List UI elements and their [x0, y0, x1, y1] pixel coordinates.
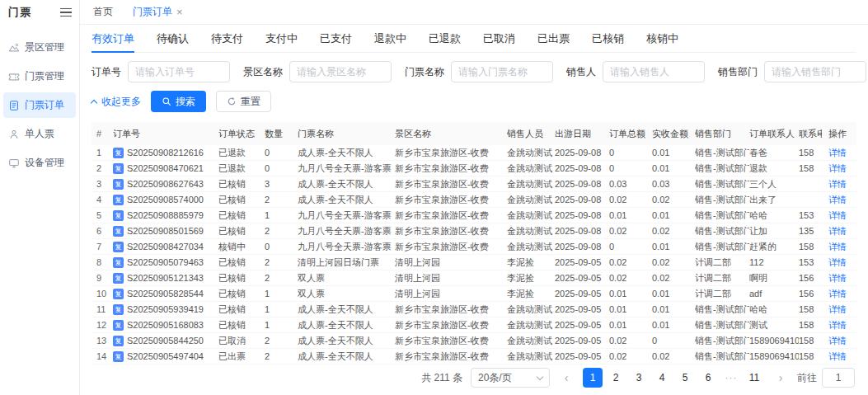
filter-input-门票名称[interactable]	[451, 61, 553, 82]
copy-icon[interactable]: 复	[113, 320, 124, 331]
status-tab-退款中[interactable]: 退款中	[374, 25, 406, 52]
status-tab-待确认[interactable]: 待确认	[157, 25, 189, 52]
copy-icon[interactable]: 复	[113, 257, 124, 268]
filter-input-景区名称[interactable]	[289, 61, 392, 82]
sidebar: 门票 景区管理门票管理门票订单单人票设备管理	[0, 0, 80, 395]
sidebar-item-门票管理[interactable]: 门票管理	[3, 63, 76, 89]
copy-icon[interactable]: 复	[113, 304, 124, 315]
page-button-1[interactable]: 1	[583, 368, 603, 388]
cell-qty: 2	[265, 351, 298, 361]
cell-order: 复S20250905121343	[113, 273, 218, 284]
status-tab-已出票[interactable]: 已出票	[537, 25, 570, 52]
cell-qty: 1	[265, 289, 298, 299]
table-row: 9复S20250905121343已核销2双人票清明上河园李泥捡2025-09-…	[91, 270, 856, 286]
toolbar: 收起更多 搜索 重置	[91, 91, 856, 112]
sidebar-menu: 景区管理门票管理门票订单单人票设备管理	[0, 25, 79, 176]
hamburger-icon[interactable]	[60, 8, 72, 17]
page-size-select[interactable]: 20条/页	[471, 368, 550, 388]
cell-action: 详情	[822, 194, 855, 206]
filter-input-销售人[interactable]	[603, 61, 705, 82]
status-tab-已支付[interactable]: 已支付	[320, 25, 352, 52]
chevron-down-icon	[537, 373, 543, 379]
cell-paid: 0.02	[652, 195, 695, 205]
copy-icon[interactable]: 复	[113, 179, 124, 190]
page-button-11[interactable]: 11	[744, 368, 764, 388]
status-tab-支付中[interactable]: 支付中	[265, 25, 298, 52]
cell-qty: 1	[265, 304, 298, 314]
filter-input-销售部门[interactable]	[764, 61, 866, 82]
detail-link[interactable]: 详情	[828, 226, 847, 236]
cell-idx: 1	[91, 148, 113, 158]
copy-icon[interactable]: 复	[113, 210, 124, 221]
cell-total: 0	[609, 242, 652, 252]
filter-label: 销售部门	[718, 65, 758, 79]
copy-icon[interactable]: 复	[113, 148, 124, 158]
detail-link[interactable]: 详情	[828, 242, 847, 252]
detail-link[interactable]: 详情	[828, 273, 847, 283]
cell-order: 复S20250908574000	[113, 195, 218, 205]
cell-status: 已核销	[218, 178, 265, 190]
status-tab-已取消[interactable]: 已取消	[483, 25, 515, 52]
detail-link[interactable]: 详情	[828, 336, 847, 346]
cell-contact: 让加	[749, 225, 799, 237]
filter-景区名称: 景区名称	[243, 61, 392, 82]
page-button-3[interactable]: 3	[629, 368, 649, 388]
page-button-5[interactable]: 5	[675, 368, 695, 388]
cell-dept: 销售-测试部门	[695, 319, 749, 332]
sidebar-item-设备管理[interactable]: 设备管理	[3, 150, 76, 176]
copy-icon[interactable]: 复	[113, 351, 124, 362]
page-button-2[interactable]: 2	[606, 368, 626, 388]
detail-link[interactable]: 详情	[828, 179, 847, 189]
cell-order: 复S20250905939419	[113, 304, 218, 315]
copy-icon[interactable]: 复	[113, 226, 124, 237]
status-tab-核销中[interactable]: 核销中	[646, 25, 678, 52]
device-icon	[8, 158, 20, 169]
detail-link[interactable]: 详情	[828, 195, 847, 205]
close-icon[interactable]: ×	[176, 7, 183, 17]
main-area: 首页门票订单× 有效订单待确认待支付支付中已支付退款中已退款已取消已出票已核销核…	[80, 0, 868, 395]
filter-订单号: 订单号	[91, 61, 230, 82]
cell-date: 2025-09-08	[555, 226, 609, 236]
reset-button[interactable]: 重置	[216, 91, 271, 112]
copy-icon[interactable]: 复	[113, 336, 124, 346]
collapse-toggle[interactable]: 收起更多	[91, 95, 141, 109]
goto-page-input[interactable]	[822, 368, 855, 388]
copy-icon[interactable]: 复	[113, 242, 124, 252]
cell-idx: 11	[91, 304, 113, 314]
cell-date: 2025-09-05	[555, 320, 609, 330]
status-tab-已退款[interactable]: 已退款	[429, 25, 461, 52]
detail-link[interactable]: 详情	[828, 257, 847, 267]
table-row: 2复S20250908470621已退款0九月八号全天票-游客票新乡市宝泉旅游区…	[91, 161, 856, 176]
detail-link[interactable]: 详情	[828, 304, 847, 314]
copy-icon[interactable]: 复	[113, 273, 124, 284]
status-tab-待支付[interactable]: 待支付	[211, 25, 243, 52]
page-button-6[interactable]: 6	[698, 368, 718, 388]
detail-link[interactable]: 详情	[828, 148, 847, 158]
filter-row: 订单号景区名称门票名称销售人销售部门出游日期	[91, 61, 856, 82]
cell-date: 2025-09-08	[555, 163, 609, 173]
detail-link[interactable]: 详情	[828, 351, 847, 361]
detail-link[interactable]: 详情	[828, 289, 847, 299]
detail-link[interactable]: 详情	[828, 163, 847, 173]
page-button-4[interactable]: 4	[652, 368, 672, 388]
detail-link[interactable]: 详情	[828, 210, 847, 220]
prev-page-button[interactable]: ‹	[558, 368, 575, 388]
cell-action: 详情	[822, 288, 855, 300]
copy-icon[interactable]: 复	[113, 195, 124, 205]
status-tab-有效订单[interactable]: 有效订单	[91, 25, 134, 52]
cell-order: 复S20250908627643	[113, 179, 218, 190]
copy-icon[interactable]: 复	[113, 163, 124, 174]
filter-input-订单号[interactable]	[128, 61, 230, 82]
detail-link[interactable]: 详情	[828, 320, 847, 330]
sidebar-item-门票订单[interactable]: 门票订单	[3, 92, 76, 118]
tab-门票订单[interactable]: 门票订单×	[133, 5, 183, 19]
tab-首页[interactable]: 首页	[93, 5, 113, 19]
next-page-button[interactable]: ›	[772, 368, 789, 388]
status-tab-已核销[interactable]: 已核销	[592, 25, 624, 52]
cell-total: 0.01	[609, 210, 652, 220]
column-header-销售人员: 销售人员	[507, 128, 555, 140]
copy-icon[interactable]: 复	[113, 289, 124, 299]
sidebar-item-单人票[interactable]: 单人票	[3, 121, 76, 147]
sidebar-item-景区管理[interactable]: 景区管理	[3, 35, 76, 60]
search-button[interactable]: 搜索	[151, 91, 206, 112]
